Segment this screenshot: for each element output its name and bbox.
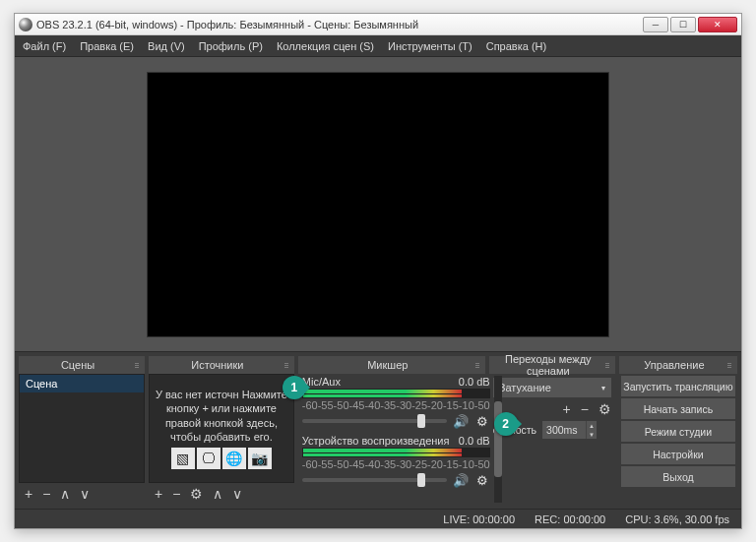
scene-list[interactable]: Сцена	[19, 374, 145, 483]
minimize-button[interactable]: ─	[643, 17, 668, 32]
vu-meter	[302, 448, 490, 457]
settings-button[interactable]: Настройки	[621, 444, 735, 464]
exit-button[interactable]: Выход	[621, 466, 735, 487]
volume-slider[interactable]	[302, 478, 447, 482]
transitions-header[interactable]: Переходы между сценами	[489, 356, 615, 374]
transition-select[interactable]: Затухание ▾	[493, 378, 611, 397]
spinner-down-button[interactable]: ▼	[586, 430, 597, 439]
scene-down-button[interactable]: ∨	[80, 487, 90, 501]
image-source-icon: ▧	[171, 448, 195, 469]
preview-canvas[interactable]	[147, 72, 609, 337]
menu-scenes[interactable]: Коллекция сцен (S)	[277, 40, 374, 52]
source-up-button[interactable]: ∧	[213, 487, 222, 501]
drag-handle-icon[interactable]	[283, 363, 290, 368]
scene-item[interactable]: Сцена	[20, 375, 144, 392]
remove-scene-button[interactable]: −	[42, 487, 50, 501]
remove-transition-button[interactable]: −	[581, 401, 589, 417]
mixer-header[interactable]: Микшер	[298, 356, 485, 374]
speaker-icon[interactable]: 🔊	[453, 472, 469, 488]
sources-list[interactable]: У вас нет источн Нажмите кнопку + или на…	[149, 374, 294, 483]
studio-mode-button[interactable]: Режим студии	[621, 421, 735, 442]
camera-source-icon: 📷	[248, 448, 272, 469]
menu-file[interactable]: Файл (F)	[23, 40, 66, 52]
transition-settings-button[interactable]: ⚙	[598, 401, 611, 417]
sources-header[interactable]: Источники	[149, 356, 294, 374]
drag-handle-icon[interactable]	[603, 363, 611, 368]
window-title: OBS 23.2.1 (64-bit, windows) - Профиль: …	[36, 19, 643, 30]
duration-spinner[interactable]: 300ms ▲ ▼	[542, 421, 597, 439]
annotation-1: 1	[283, 376, 306, 399]
remove-source-button[interactable]: −	[172, 487, 180, 501]
add-transition-button[interactable]: +	[562, 401, 570, 417]
add-scene-button[interactable]: +	[25, 487, 32, 501]
menu-profile[interactable]: Профиль (P)	[199, 40, 263, 52]
app-window: OBS 23.2.1 (64-bit, windows) - Профиль: …	[14, 13, 742, 529]
menu-help[interactable]: Справка (H)	[486, 40, 546, 52]
channel-settings-button[interactable]: ⚙ 2	[474, 413, 490, 429]
browser-source-icon: 🌐	[222, 448, 246, 469]
volume-slider[interactable]	[302, 419, 447, 423]
vu-meter	[302, 389, 490, 398]
titlebar[interactable]: OBS 23.2.1 (64-bit, windows) - Профиль: …	[15, 14, 741, 35]
mixer-channel-mic: Mic/Aux0.0 dB -60-55-50-45-40-35-30-25-2…	[300, 376, 492, 431]
menubar: Файл (F) Правка (E) Вид (V) Профиль (P) …	[15, 35, 741, 57]
status-live: LIVE: 00:00:00	[443, 513, 515, 525]
drag-handle-icon[interactable]	[473, 363, 481, 368]
display-source-icon: 🖵	[197, 448, 220, 469]
maximize-button[interactable]: ☐	[670, 17, 696, 32]
annotation-2: 2	[494, 412, 518, 436]
mixer-scrollbar[interactable]	[494, 376, 502, 503]
statusbar: LIVE: 00:00:00 REC: 00:00:00 CPU: 3.6%, …	[15, 509, 741, 528]
add-source-button[interactable]: +	[155, 487, 162, 501]
menu-view[interactable]: Вид (V)	[148, 40, 185, 52]
source-settings-button[interactable]: ⚙	[190, 487, 203, 501]
start-record-button[interactable]: Начать запись	[621, 398, 735, 419]
close-button[interactable]: ✕	[698, 17, 737, 32]
menu-edit[interactable]: Правка (E)	[80, 40, 134, 52]
start-stream-button[interactable]: Запустить трансляцию	[621, 376, 735, 396]
preview-area[interactable]	[15, 57, 741, 351]
speaker-icon[interactable]: 🔊	[453, 413, 469, 429]
controls-header[interactable]: Управление	[619, 356, 737, 374]
mixer-channel-desktop: Устройство воспроизведения0.0 dB -60-55-…	[300, 435, 492, 490]
scene-up-button[interactable]: ∧	[60, 487, 70, 501]
status-cpu: CPU: 3.6%, 30.00 fps	[625, 513, 729, 525]
menu-tools[interactable]: Инструменты (T)	[388, 40, 472, 52]
chevron-down-icon: ▾	[601, 384, 605, 392]
source-down-button[interactable]: ∨	[232, 487, 242, 501]
channel-settings-button[interactable]: ⚙	[474, 472, 490, 488]
scenes-header[interactable]: Сцены	[19, 356, 145, 374]
drag-handle-icon[interactable]	[133, 363, 141, 368]
obs-icon	[19, 18, 32, 31]
meter-scale: -60-55-50-45-40-35-30-25-20-15-10-50	[300, 399, 492, 411]
spinner-up-button[interactable]: ▲	[586, 421, 597, 430]
drag-handle-icon[interactable]	[725, 363, 733, 368]
status-rec: REC: 00:00:00	[535, 513, 605, 525]
meter-scale: -60-55-50-45-40-35-30-25-20-15-10-50	[300, 458, 492, 470]
sources-hint: У вас нет источн Нажмите кнопку + или на…	[154, 388, 289, 444]
